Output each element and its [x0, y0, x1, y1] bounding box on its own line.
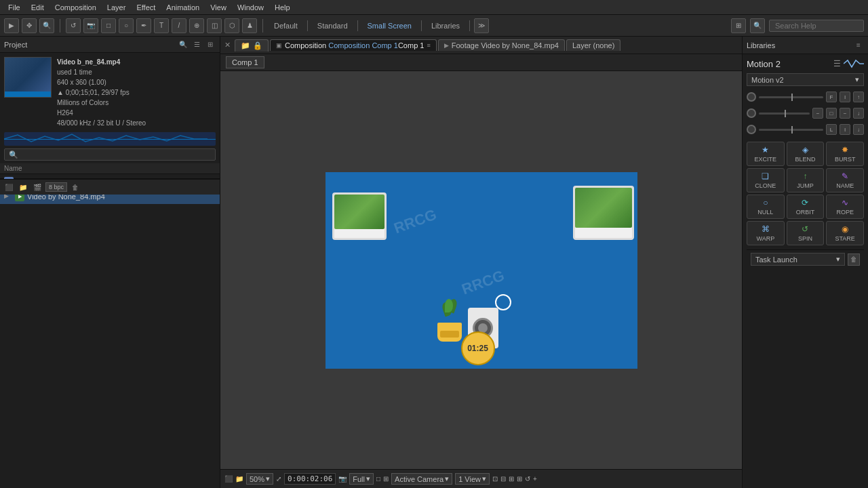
tool-mask-ellipse[interactable]: ○	[119, 18, 134, 33]
knob-track-2[interactable]	[759, 113, 810, 115]
vc-cam-btn[interactable]: 📷	[338, 475, 347, 483]
knob-track-3[interactable]	[759, 129, 823, 131]
tool-roto[interactable]: ⬡	[224, 18, 239, 33]
tool-pen[interactable]: ✒	[136, 18, 151, 33]
effect-spin[interactable]: ↺ SPIN	[787, 221, 825, 245]
video-color: Millions of Colors	[57, 98, 216, 108]
zoom-dropdown[interactable]: 50% ▾	[246, 473, 273, 485]
video-audio: 48/000 kHz / 32 bit U / Stereo	[57, 118, 216, 128]
search-btn[interactable]: 🔍	[750, 18, 765, 33]
vc-layout-btn[interactable]: ⊞	[509, 475, 514, 483]
knob-btn-r1[interactable]: ↑	[853, 92, 864, 102]
vc-folder-btn[interactable]: 📁	[235, 475, 243, 483]
tool-puppet[interactable]: ♟	[242, 18, 257, 33]
menu-layer[interactable]: Layer	[102, 2, 132, 13]
tab-close-btn[interactable]: ✕	[224, 41, 231, 49]
motion-version-dropdown[interactable]: Motion v2 ▾	[747, 73, 864, 86]
workspace-libraries[interactable]: Libraries	[426, 20, 465, 31]
project-search-icon[interactable]: 🔍	[178, 39, 189, 50]
knob-circle-1[interactable]	[747, 92, 756, 102]
menu-window[interactable]: Window	[232, 2, 269, 13]
menu-edit[interactable]: Edit	[26, 2, 50, 13]
project-search-input[interactable]	[4, 148, 216, 161]
tool-brush[interactable]: /	[172, 18, 186, 33]
effect-warp[interactable]: ⌘ WARP	[747, 221, 785, 245]
video-used: used 1 time	[57, 67, 216, 77]
effect-rope[interactable]: ∿ ROPE	[826, 195, 864, 219]
new-folder-tab[interactable]: 📁 🔒	[235, 39, 269, 52]
libraries-menu[interactable]: ≡	[853, 40, 864, 51]
project-expand-icon[interactable]: ⊞	[205, 39, 216, 50]
effect-null[interactable]: ○ NULL	[747, 195, 785, 219]
quality-value: Full	[353, 475, 365, 483]
menu-help[interactable]: Help	[269, 2, 296, 13]
tool-eraser[interactable]: ◫	[207, 18, 222, 33]
knob-btn-f1[interactable]: F	[826, 92, 837, 102]
tool-text[interactable]: T	[154, 18, 169, 33]
tool-zoom[interactable]: 🔍	[39, 18, 54, 33]
effect-clone[interactable]: ❏ CLONE	[747, 168, 785, 192]
task-dropdown[interactable]: Task Launch ▾	[751, 253, 845, 266]
knob-btn-s2[interactable]: □	[826, 108, 837, 119]
vc-layout2-btn[interactable]: ⊞	[517, 475, 522, 483]
footage-tab[interactable]: ▶ Footage Video by None_84.mp4	[438, 39, 565, 51]
effect-burst[interactable]: ✸ BURST	[826, 142, 864, 166]
menu-view[interactable]: View	[205, 2, 232, 13]
knob-btn-d2[interactable]: −	[840, 108, 850, 119]
task-delete-btn[interactable]: 🗑	[848, 253, 860, 266]
effect-orbit[interactable]: ⟳ ORBIT	[787, 195, 825, 219]
menu-effect[interactable]: Effect	[131, 2, 161, 13]
viewer[interactable]: RRCG RRCG	[220, 71, 742, 469]
knob-btn-l3[interactable]: L	[826, 124, 837, 135]
workspace-standard[interactable]: Standard	[312, 20, 353, 31]
knob-circle-3[interactable]	[747, 125, 756, 134]
comp-tab-menu[interactable]: ≡	[427, 42, 430, 49]
knob-circle-2[interactable]	[747, 108, 756, 118]
vc-snap-btn[interactable]: ⊡	[492, 475, 498, 483]
layer-tab[interactable]: Layer (none)	[566, 39, 620, 51]
new-comp-icon[interactable]: ⬛	[3, 181, 15, 193]
knob-btn-f2[interactable]: −	[812, 108, 823, 119]
effect-excite[interactable]: ★ EXCITE	[747, 142, 785, 166]
workspace-small-screen[interactable]: Small Screen	[362, 20, 417, 31]
effect-jump[interactable]: ↑ JUMP	[787, 168, 825, 192]
project-menu-icon[interactable]: ☰	[191, 39, 202, 50]
vc-snap2-btn[interactable]: ⊟	[500, 475, 506, 483]
knob-btn-d3[interactable]: ↓	[853, 124, 864, 135]
workspace-more[interactable]: ≫	[474, 18, 489, 33]
knob-track-1[interactable]	[759, 96, 823, 98]
vc-plus-btn[interactable]: +	[533, 475, 537, 483]
tool-camera[interactable]: 📷	[83, 18, 98, 33]
knob-btn-u2[interactable]: ↓	[853, 108, 864, 119]
quality-dropdown[interactable]: Full ▾	[349, 473, 374, 485]
camera-dropdown[interactable]: Active Camera ▾	[391, 473, 452, 485]
libraries-title: Libraries	[747, 41, 853, 49]
tool-select[interactable]: ▶	[4, 18, 19, 33]
comp1-tab[interactable]: ▣ Composition Composition Comp 1Comp 1 ≡	[270, 39, 437, 51]
tool-mask-rect[interactable]: □	[101, 18, 116, 33]
new-folder-icon[interactable]: 📁	[17, 181, 29, 193]
vc-grid-btn[interactable]: ⊞	[383, 475, 389, 483]
motion-menu-icon[interactable]: ☰	[833, 59, 841, 68]
workspace-default[interactable]: Default	[269, 20, 303, 31]
knob-btn-i1[interactable]: I	[840, 92, 850, 102]
vc-region-btn[interactable]: ⬛	[224, 475, 233, 483]
menu-animation[interactable]: Animation	[161, 2, 205, 13]
vc-reset-btn[interactable]: ↺	[525, 475, 530, 483]
views-dropdown[interactable]: 1 View ▾	[455, 473, 490, 485]
menu-file[interactable]: File	[3, 2, 26, 13]
sync-btn[interactable]: ⊞	[731, 18, 746, 33]
tool-hand[interactable]: ✥	[22, 18, 37, 33]
vc-alpha-btn[interactable]: □	[376, 475, 380, 483]
menu-composition[interactable]: Composition	[50, 2, 102, 13]
delete-icon[interactable]: 🗑	[69, 181, 81, 193]
tool-clone[interactable]: ⊕	[189, 18, 204, 33]
tool-rotate[interactable]: ↺	[66, 18, 81, 33]
knob-btn-i3[interactable]: I	[840, 124, 850, 135]
vc-fit-btn[interactable]: ⤢	[276, 475, 281, 483]
effect-name[interactable]: ✎ NAME	[826, 168, 864, 192]
effect-stare[interactable]: ◉ STARE	[826, 221, 864, 245]
search-help-input[interactable]	[769, 20, 864, 32]
effect-blend[interactable]: ◈ BLEND	[787, 142, 825, 166]
footage-icon[interactable]: 🎬	[31, 181, 43, 193]
